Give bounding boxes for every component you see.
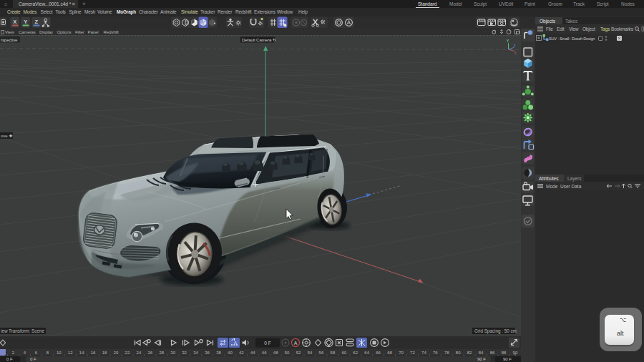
svg-text:iew Transform: Scene: iew Transform: Scene xyxy=(1,328,44,333)
svg-text:SUV - Small - Dosch Design: SUV - Small - Dosch Design xyxy=(549,36,595,41)
svg-text:Y: Y xyxy=(24,19,27,25)
svg-text:A: A xyxy=(234,341,237,345)
svg-text:File: File xyxy=(546,26,553,31)
svg-text:Bookmarks: Bookmarks xyxy=(611,26,634,31)
svg-text:Y: Y xyxy=(507,39,509,43)
svg-text:ove ✚: ove ✚ xyxy=(1,134,12,138)
svg-text:X: X xyxy=(13,19,16,25)
svg-text:A: A xyxy=(294,341,298,346)
svg-text:Grid Spacing : 50 cm: Grid Spacing : 50 cm xyxy=(474,328,517,334)
svg-text:Edit: Edit xyxy=(557,26,565,31)
svg-text:Z: Z xyxy=(514,44,516,48)
svg-text:User Data: User Data xyxy=(560,184,582,189)
svg-text:Object: Object xyxy=(582,26,595,32)
svg-text:Tags: Tags xyxy=(600,26,610,32)
svg-text:X: X xyxy=(514,51,517,55)
svg-text:0 F: 0 F xyxy=(264,341,270,346)
svg-text:Default Camera ↻: Default Camera ↻ xyxy=(242,37,276,42)
svg-text:Mode: Mode xyxy=(546,184,558,189)
svg-text:rspective: rspective xyxy=(1,37,18,42)
svg-text:View: View xyxy=(569,26,579,31)
svg-text:Z: Z xyxy=(35,19,39,25)
